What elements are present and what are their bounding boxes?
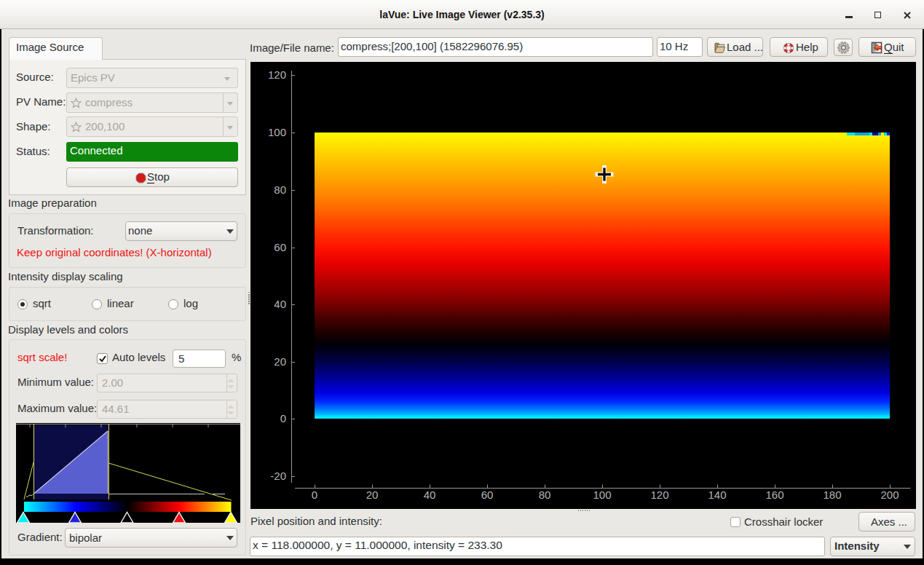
svg-text:100: 100 [268, 126, 286, 138]
svg-text:100: 100 [593, 489, 611, 501]
svg-text:180: 180 [823, 489, 841, 501]
svg-text:120: 120 [268, 68, 286, 81]
svg-text:140: 140 [708, 489, 726, 501]
svg-text:40: 40 [274, 298, 286, 310]
svg-text:20: 20 [274, 355, 286, 368]
svg-text:60: 60 [481, 489, 494, 501]
svg-text:0: 0 [312, 489, 317, 501]
svg-text:80: 80 [539, 489, 551, 501]
svg-text:20: 20 [366, 489, 379, 501]
svg-text:200: 200 [880, 489, 899, 501]
svg-text:60: 60 [274, 241, 286, 253]
svg-text:160: 160 [765, 489, 783, 501]
svg-text:120: 120 [650, 489, 668, 501]
svg-text:80: 80 [274, 183, 286, 196]
svg-text:0: 0 [280, 412, 286, 424]
svg-text:40: 40 [424, 489, 436, 501]
svg-text:-20: -20 [270, 470, 286, 482]
